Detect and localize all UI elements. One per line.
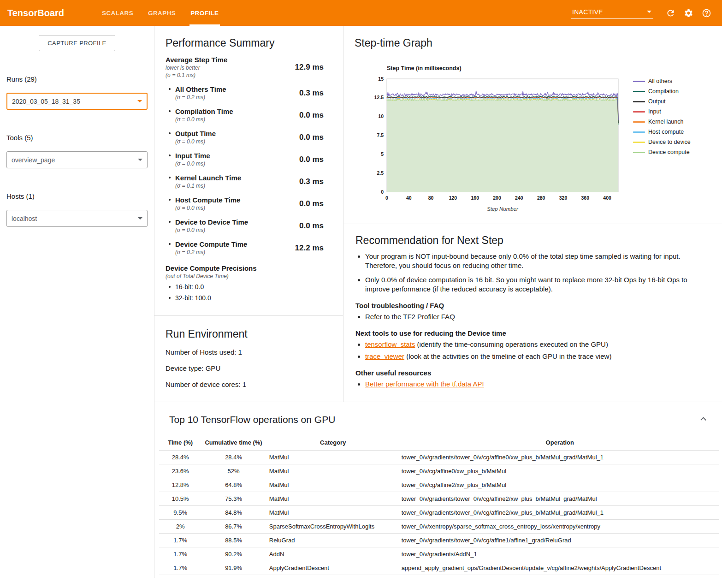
legend-swatch bbox=[633, 101, 645, 102]
svg-text:240: 240 bbox=[515, 195, 523, 201]
performance-summary-title: Performance Summary bbox=[166, 37, 332, 49]
cumulative-cell: 64.8% bbox=[201, 478, 266, 492]
metric-sigma: (σ = 0.0 ms) bbox=[175, 160, 210, 167]
operation-cell: tower_0/v/cg/affine0/xw_plus_b/MatMul bbox=[401, 464, 719, 478]
metric-label: Output Time bbox=[175, 129, 216, 138]
legend-label: All others bbox=[648, 78, 672, 84]
legend-item-input: Input bbox=[633, 108, 691, 115]
ops-table-head-row: Time (%)Cumulative time (%)CategoryOpera… bbox=[159, 435, 719, 451]
cumulative-cell: 52% bbox=[201, 464, 266, 478]
metric-row: Average Step Timelower is better(σ = 0.1… bbox=[166, 55, 332, 79]
operation-cell: append_apply_gradient_ops/GradientDescen… bbox=[401, 561, 719, 575]
metric-row: Device to Device Time(σ = 0.0 ms)0.0 ms bbox=[166, 218, 332, 234]
category-cell: ReluGrad bbox=[266, 534, 401, 547]
bullet-icon bbox=[169, 110, 171, 112]
app-title: TensorBoard bbox=[0, 0, 75, 26]
recommendation-link[interactable]: tensorflow_stats bbox=[365, 340, 415, 348]
help-icon[interactable] bbox=[702, 8, 711, 18]
hosts-dropdown-value: localhost bbox=[12, 215, 37, 222]
table-row: 1.7%88.5%ReluGradtower_0/v/gradients/tow… bbox=[159, 534, 719, 547]
bullet-icon bbox=[169, 177, 171, 178]
metric-row: All Others Time(σ = 0.2 ms)0.3 ms bbox=[166, 85, 332, 101]
refresh-icon[interactable] bbox=[666, 8, 675, 18]
bullet-icon bbox=[169, 243, 171, 245]
table-row: 1.7%91.9%ApplyGradientDescentappend_appl… bbox=[159, 561, 719, 575]
main-content: Performance Summary Average Step Timelow… bbox=[154, 26, 722, 578]
hosts-label: Hosts (1) bbox=[6, 192, 154, 200]
recommendation-heading: Tool troubleshooting / FAQ bbox=[355, 302, 710, 309]
tab-graphs[interactable]: GRAPHS bbox=[147, 0, 177, 26]
metric-sigma: (σ = 0.0 ms) bbox=[175, 204, 240, 212]
time-cell: 1.7% bbox=[159, 534, 201, 547]
recommendation-link[interactable]: Better performance with the tf.data API bbox=[365, 380, 484, 388]
gear-icon[interactable] bbox=[684, 8, 693, 18]
svg-text:2.5: 2.5 bbox=[377, 170, 384, 176]
metric-sigma: (σ = 0.1 ms) bbox=[175, 182, 241, 190]
svg-text:200: 200 bbox=[493, 195, 501, 201]
status-dropdown-value: INACTIVE bbox=[572, 8, 603, 16]
svg-text:12.5: 12.5 bbox=[374, 95, 384, 100]
metric-value: 0.0 ms bbox=[299, 199, 332, 208]
metric-label: Average Step Time bbox=[166, 55, 227, 64]
capture-profile-button[interactable]: CAPTURE PROFILE bbox=[39, 35, 115, 51]
tab-scalars[interactable]: SCALARS bbox=[101, 0, 134, 26]
environment-line: Device type: GPU bbox=[166, 364, 332, 373]
table-row: 9.5%84.8%MatMultower_0/v/gradients/tower… bbox=[159, 506, 719, 520]
operation-cell: tower_0/v/gradients/tower_0/v/cg/affine0… bbox=[401, 451, 719, 464]
legend-label: Kernel launch bbox=[648, 119, 683, 125]
metric-row: Output Time(σ = 0.0 ms)0.0 ms bbox=[166, 129, 332, 145]
chevron-up-icon[interactable] bbox=[699, 414, 707, 425]
legend-label: Host compute bbox=[648, 129, 684, 135]
metric-value: 0.3 ms bbox=[299, 89, 332, 98]
table-row: 10.5%75.3%MatMultower_0/v/gradients/towe… bbox=[159, 492, 719, 506]
metric-label: Host Compute Time bbox=[175, 196, 240, 204]
legend-item-host_compute: Host compute bbox=[633, 129, 691, 135]
status-dropdown[interactable]: INACTIVE bbox=[571, 7, 653, 19]
precision-list: 16-bit: 0.032-bit: 100.0 bbox=[166, 283, 332, 302]
legend-item-kernel_launch: Kernel launch bbox=[633, 119, 691, 125]
run-environment-title: Run Environment bbox=[166, 328, 332, 340]
svg-text:0: 0 bbox=[381, 189, 384, 195]
table-row: 28.4%28.4%MatMultower_0/v/gradients/towe… bbox=[159, 451, 719, 464]
bullet-icon bbox=[169, 286, 171, 288]
metric-sigma: (σ = 0.2 ms) bbox=[175, 249, 247, 256]
ops-table-body: 28.4%28.4%MatMultower_0/v/gradients/towe… bbox=[159, 451, 719, 575]
chart-legend: All othersCompilationOutputInputKernel l… bbox=[633, 78, 691, 159]
category-cell: SparseSoftmaxCrossEntropyWithLogits bbox=[266, 520, 401, 534]
metric-sigma: (σ = 0.0 ms) bbox=[175, 116, 233, 123]
legend-item-all_others: All others bbox=[633, 78, 691, 84]
bullet-icon bbox=[169, 132, 171, 134]
legend-item-device_to_device: Device to device bbox=[633, 139, 691, 145]
cumulative-cell: 91.9% bbox=[201, 561, 266, 575]
recommendation-link[interactable]: trace_viewer bbox=[365, 352, 404, 360]
hosts-dropdown[interactable]: localhost bbox=[6, 210, 148, 227]
time-cell: 28.4% bbox=[159, 451, 201, 464]
app-header: TensorBoard SCALARSGRAPHSPROFILE INACTIV… bbox=[0, 0, 722, 26]
step-time-graph-title: Step-time Graph bbox=[355, 37, 711, 49]
legend-swatch bbox=[633, 91, 645, 92]
metric-sigma: (σ = 0.0 ms) bbox=[175, 138, 216, 145]
tab-profile[interactable]: PROFILE bbox=[189, 0, 219, 26]
tools-dropdown-value: overview_page bbox=[12, 156, 55, 164]
metric-row: Device Compute Time(σ = 0.2 ms)12.2 ms bbox=[166, 240, 332, 256]
recommendation-list: tensorflow_stats (identify the time-cons… bbox=[355, 340, 710, 361]
bullet-icon bbox=[169, 221, 171, 223]
metric-row: Compilation Time(σ = 0.0 ms)0.0 ms bbox=[166, 107, 332, 123]
time-cell: 12.8% bbox=[159, 478, 201, 492]
run-environment-section: Run Environment Number of Hosts used: 1D… bbox=[154, 316, 343, 402]
tools-dropdown[interactable]: overview_page bbox=[6, 151, 148, 168]
bullet-icon bbox=[169, 199, 171, 201]
bullet-icon bbox=[169, 88, 171, 90]
svg-text:0: 0 bbox=[385, 195, 388, 201]
svg-text:320: 320 bbox=[559, 195, 568, 201]
column-header: Cumulative time (%) bbox=[201, 435, 266, 451]
run-environment-lines: Number of Hosts used: 1Device type: GPUN… bbox=[166, 348, 332, 389]
metric-label: Device to Device Time bbox=[175, 218, 248, 226]
step-time-graph-section: Step-time Graph Step Time (in millisecon… bbox=[343, 26, 722, 224]
runs-dropdown[interactable]: 2020_03_05_18_31_35 bbox=[6, 93, 148, 110]
operation-cell: tower_0/v/gradients/tower_0/v/cg/affine2… bbox=[401, 492, 719, 506]
svg-text:400: 400 bbox=[603, 195, 611, 201]
metric-label: Device Compute Time bbox=[175, 240, 247, 249]
metric-sigma: (σ = 0.1 ms) bbox=[166, 71, 227, 79]
step-time-chart: 02.557.51012.515040801201602002402803203… bbox=[367, 74, 625, 214]
